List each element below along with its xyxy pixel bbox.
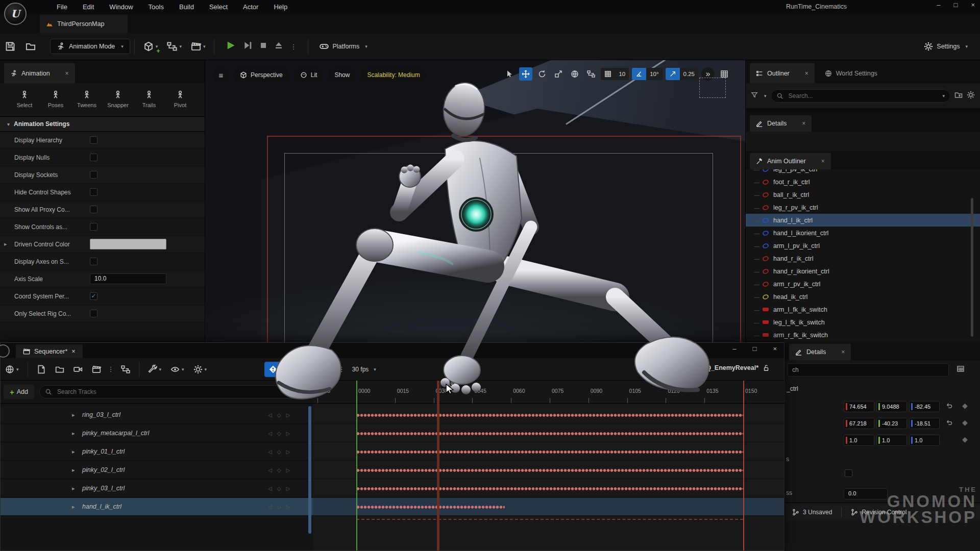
prev-key-icon[interactable]: ◁ [268,467,272,473]
tool-trails[interactable]: Trails [135,90,163,108]
track-pinky-01-l-ctrl[interactable]: ▸pinky_01_l_ctrl◁◇▷ [1,443,313,461]
prev-key-icon[interactable]: ◁ [268,504,272,510]
menu-tools[interactable]: Tools [141,1,172,13]
tab-sequencer[interactable]: Sequencer* × [16,344,83,358]
axis-field[interactable]: 1.0 [909,435,940,446]
next-key-icon[interactable]: ▷ [286,486,290,491]
outliner-item-hand-l-ik-ctrl[interactable]: —hand_l_ik_ctrl [746,214,980,227]
playback-options-icon[interactable]: ▾ [193,365,207,374]
actions-dropdown-icon[interactable]: ▾ [148,365,162,374]
expand-arrow-icon[interactable]: ▸ [72,430,75,437]
axis-field[interactable]: -18.51 [909,418,940,429]
rotation-snap-value[interactable]: 10° [646,68,662,80]
property-value-field[interactable]: 0.0 [844,488,888,499]
undo-icon[interactable] [946,402,953,411]
outliner-item-arm-l-pv-ik-ctrl[interactable]: —arm_l_pv_ik_ctrl [746,239,980,252]
track-pinky-02-l-ctrl[interactable]: ▸pinky_02_l_ctrl◁◇▷ [1,461,313,479]
add-key-icon[interactable]: ◇ [277,431,281,436]
outliner-item-arm-r-fk-ik-switch[interactable]: —arm_r_fk_ik_switch [746,329,980,341]
scalability-badge[interactable]: Scalability: Medium [361,68,426,82]
next-key-icon[interactable]: ▷ [286,431,290,436]
grid-snap-toggle[interactable]: 10 [601,68,629,80]
search-input[interactable] [788,92,937,100]
prev-key-icon[interactable]: ◁ [268,412,272,418]
timeline-row-hand-l-ik-ctrl[interactable] [313,498,784,516]
editor-mode-dropdown[interactable]: Animation Mode▾ [50,39,130,54]
next-key-icon[interactable]: ▷ [286,504,290,510]
stop-button[interactable] [259,41,267,52]
world-space-icon[interactable] [568,67,581,81]
scale-snap-toggle[interactable]: 0.25 [666,68,698,80]
browse-content-button[interactable] [26,41,36,52]
expand-arrow-icon[interactable]: ▸ [72,467,75,473]
browse-sequence-icon[interactable] [55,365,64,374]
close-icon[interactable]: × [805,70,808,77]
color-swatch[interactable] [90,239,166,249]
input-axis-scale[interactable]: 10.0 [90,273,166,284]
lock-icon[interactable] [763,364,770,371]
move-tool-icon[interactable] [519,67,532,81]
menu-build[interactable]: Build [172,1,202,13]
outliner-settings-icon[interactable] [967,91,975,101]
scrollbar[interactable] [971,198,973,337]
sequencer-title-bar[interactable]: Sequencer* × – □ × [1,343,784,358]
timeline-row-pinky-01-l-ctrl[interactable] [313,443,784,461]
axis-field[interactable]: 9.0488 [876,401,907,412]
track-scrollbar[interactable] [308,406,311,534]
revision-control-button[interactable]: Revision Control [851,509,906,516]
timeline-row-pinky-metacarpal-l-ctrl[interactable] [313,424,784,442]
undo-icon[interactable] [946,419,953,428]
scale-snap-value[interactable]: 0.25 [680,68,698,80]
add-actor-dropdown[interactable]: ▾ [143,41,158,52]
play-options-icon[interactable]: ⋮ [290,43,297,51]
playback-range-start[interactable] [356,381,357,550]
edit-mode-icon[interactable]: ▾ [290,365,304,374]
checkbox-display-nulls[interactable] [90,154,97,161]
track-filter-icon[interactable] [302,387,309,396]
outliner-item-leg-l-pv-ik-ctrl[interactable]: —leg_l_pv_ik_ctrl [746,169,980,176]
add-track-button[interactable]: + Add [4,385,34,399]
settings-dropdown[interactable]: Settings▾ [924,42,968,51]
axis-field[interactable]: 74.654 [844,401,874,412]
surface-snap-icon[interactable] [584,67,598,81]
tool-tweens[interactable]: Tweens [72,90,101,108]
timeline-row-pinky-03-l-ctrl[interactable] [313,480,784,497]
axis-field[interactable]: -40.23 [876,418,907,429]
axis-field[interactable]: 1.0 [844,435,874,446]
track-hand-l-ik-ctrl[interactable]: ▸hand_l_ik_ctrl◁◇▷ [1,498,313,516]
next-key-icon[interactable]: ▷ [286,467,290,473]
expand-arrow-icon[interactable]: ▸ [4,241,7,247]
save-sequence-icon[interactable] [37,365,46,374]
eject-button[interactable] [275,41,283,52]
add-key-icon[interactable]: ◇ [277,412,281,418]
prev-key-icon[interactable]: ◁ [268,486,272,491]
lit-dropdown[interactable]: Lit [294,68,324,82]
snap-toggle-button[interactable] [317,362,334,377]
outliner-item-head-ik-ctrl[interactable]: —head_ik_ctrl [746,290,980,303]
outliner-item-arm-r-pv-ik-ctrl[interactable]: —arm_r_pv_ik_ctrl [746,278,980,290]
timeline-row-ring-03-l-ctrl[interactable] [313,406,784,424]
platforms-dropdown[interactable]: Platforms▾ [320,42,367,51]
tab-animation[interactable]: Animation × [4,63,75,83]
hierarchy-icon[interactable] [121,365,130,374]
outliner-search[interactable]: ▾ [771,89,950,103]
new-folder-icon[interactable] [954,91,963,101]
prev-key-icon[interactable]: ◁ [268,431,272,436]
tab-thirdp-map[interactable]: ThirdPersonMap [40,15,128,33]
unreal-logo-icon[interactable]: U [4,3,27,25]
camera-icon[interactable] [74,365,83,374]
tool-snapper[interactable]: Snapper [104,90,132,108]
outliner-item-arm-l-fk-ik-switch[interactable]: —arm_l_fk_ik_switch [746,303,980,316]
viewport[interactable]: ≡ Perspective Lit Show Scalability: Medi… [205,60,745,342]
expand-arrow-icon[interactable]: ▸ [72,504,75,510]
search-tracks-input[interactable] [56,388,293,396]
menu-actor[interactable]: Actor [235,1,266,13]
checkbox-coord-system-per[interactable]: ✓ [90,292,97,300]
perspective-dropdown[interactable]: Perspective [234,68,289,82]
close-button[interactable]: × [773,345,777,353]
outliner-item-ball-r-ik-ctrl[interactable]: —ball_r_ik_ctrl [746,188,980,201]
maximize-button[interactable]: □ [954,1,958,9]
show-dropdown[interactable]: Show [328,68,356,82]
checkbox-only-select-rig-co[interactable] [90,310,97,317]
close-icon[interactable]: × [841,348,845,356]
